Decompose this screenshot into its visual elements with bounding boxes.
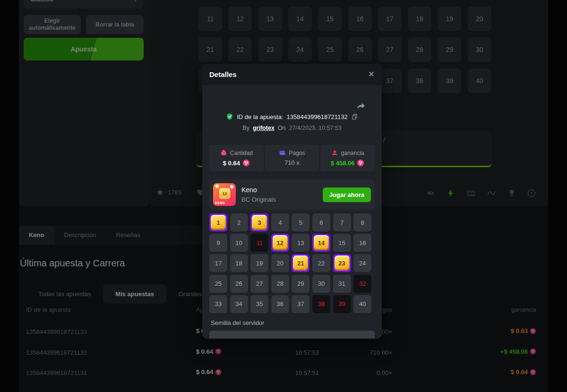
result-cell: 16	[353, 234, 371, 252]
result-cell-miss: 32	[353, 275, 371, 293]
money-bag-icon	[220, 149, 227, 156]
bet-meta-row: By grifotex On 27/4/2023, 10:57:53	[202, 125, 382, 131]
stat-box-ganancia: ganancia$ 458.06	[320, 145, 375, 171]
tron-coin-icon	[357, 159, 364, 167]
close-icon[interactable]: ✕	[368, 70, 375, 78]
result-cell-miss: 11	[250, 234, 268, 252]
result-cell-hit: 3	[250, 213, 268, 231]
gold-gem: 14	[314, 235, 329, 250]
result-cell: 33	[209, 295, 227, 313]
stat-box-cantidad: Cantidad$ 0.64	[209, 145, 264, 171]
stat-box-pagos: Pagos710 x	[265, 145, 319, 171]
game-icon-wordmark: KENO	[215, 201, 225, 205]
result-cell: 4	[271, 213, 289, 231]
game-name: Keno	[241, 186, 276, 194]
result-cell: 28	[271, 275, 289, 293]
server-seed-field[interactable]: La semilla aún no ha sido revelada	[209, 331, 375, 339]
game-meta: Keno BC Originals	[241, 186, 276, 203]
result-cell: 37	[292, 295, 309, 313]
gold-gem: 21	[293, 256, 308, 271]
result-cell: 24	[353, 254, 371, 272]
gold-gem: 1	[211, 215, 226, 230]
on-label: On	[278, 125, 286, 131]
bet-id-row: ID de la apuesta: 135844399618721132	[202, 113, 382, 120]
play-now-button[interactable]: Jugar ahora	[323, 187, 371, 202]
result-cell-miss: 38	[312, 295, 330, 313]
result-cell: 13	[292, 234, 309, 252]
game-icon-tile: 12	[219, 188, 230, 199]
modal-title: Detalles	[209, 70, 237, 78]
details-modal: Detalles ✕ ID de la apuesta: 13584439961…	[202, 64, 382, 339]
result-cell-hit: 1	[209, 213, 227, 231]
result-cell: 27	[250, 275, 268, 293]
result-board: 1234567891011121314151617181920212223242…	[209, 213, 375, 314]
page: Classic › Elegir automáticamente Borrar …	[0, 0, 567, 392]
result-cell: 18	[230, 254, 248, 272]
modal-header: Detalles ✕	[202, 64, 382, 85]
server-seed-label: Semilla del servidor	[211, 319, 264, 326]
result-cell: 36	[271, 295, 289, 313]
username-link[interactable]: grifotex	[253, 125, 275, 131]
result-cell: 34	[230, 295, 248, 313]
by-label: By	[242, 125, 249, 131]
result-cell: 30	[312, 275, 330, 293]
bet-id-label: ID de la apuesta:	[237, 113, 283, 120]
game-card: 12 KENO Keno BC Originals Jugar ahora	[209, 179, 375, 210]
result-cell: 5	[292, 213, 309, 231]
result-cell-miss: 39	[333, 295, 351, 313]
result-cell: 2	[230, 213, 248, 231]
hand-coin-icon	[331, 149, 338, 156]
result-cell-hit: 12	[271, 234, 289, 252]
copy-icon[interactable]	[351, 113, 358, 120]
keno-game-icon: 12 KENO	[213, 183, 236, 206]
result-cell: 8	[353, 213, 371, 231]
tron-coin-icon	[242, 159, 250, 167]
result-cell: 9	[209, 234, 227, 252]
result-cell: 6	[312, 213, 330, 231]
result-cell: 15	[333, 234, 351, 252]
result-cell-hit: 21	[292, 254, 309, 272]
result-cell: 22	[312, 254, 330, 272]
bet-stats-row: Cantidad$ 0.64Pagos710 xganancia$ 458.06	[209, 145, 375, 171]
result-cell: 29	[292, 275, 309, 293]
shield-check-icon	[226, 113, 233, 120]
result-cell: 10	[230, 234, 248, 252]
gold-gem: 3	[252, 215, 267, 230]
result-cell: 31	[333, 275, 351, 293]
share-icon[interactable]	[356, 101, 366, 111]
result-cell: 40	[353, 295, 371, 313]
credit-card-icon	[279, 149, 286, 156]
result-cell: 25	[209, 275, 227, 293]
gold-gem: 12	[273, 235, 288, 250]
gold-gem: 23	[335, 256, 350, 271]
bet-datetime: 27/4/2023, 10:57:53	[289, 125, 341, 131]
result-cell: 26	[230, 275, 248, 293]
result-cell: 20	[271, 254, 289, 272]
game-provider: BC Originals	[241, 196, 276, 203]
result-cell-hit: 23	[333, 254, 351, 272]
result-cell: 35	[250, 295, 268, 313]
result-cell: 7	[333, 213, 351, 231]
result-cell: 17	[209, 254, 227, 272]
result-cell-hit: 14	[312, 234, 330, 252]
result-cell: 19	[250, 254, 268, 272]
bet-id-value: 135844399618721132	[287, 113, 348, 120]
